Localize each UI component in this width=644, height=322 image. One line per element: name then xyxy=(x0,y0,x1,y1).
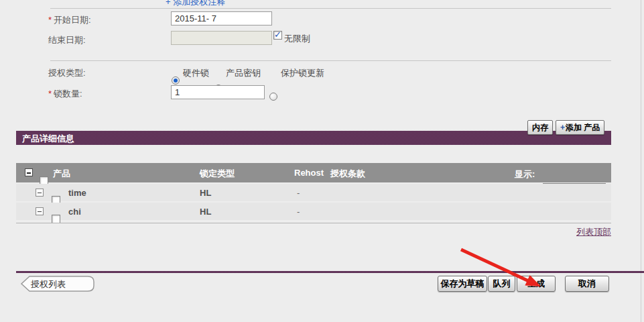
add-license-note-link[interactable]: + 添加授权注释 xyxy=(166,0,225,8)
table-bottom-border xyxy=(16,223,611,223)
back-button-label: 授权列表 xyxy=(31,278,66,290)
product-table-header: 产品 锁定类型 Rehost 授权条款 显示: 可配置的 xyxy=(16,163,611,182)
row-collapse-icon[interactable] xyxy=(36,207,44,215)
row-collapse-icon[interactable] xyxy=(36,189,44,197)
save-draft-button[interactable]: 保存为草稿 xyxy=(438,276,487,292)
rehost-value: - xyxy=(297,188,300,198)
memory-button[interactable]: 内存 xyxy=(527,120,553,135)
lock-type-value: HL xyxy=(200,207,211,217)
radio-hardware-lock-label: 硬件锁 xyxy=(183,67,209,79)
window-edge-divider xyxy=(641,0,641,322)
product-name: chi xyxy=(68,207,81,217)
unlimited-checkbox[interactable] xyxy=(273,31,282,40)
radio-product-key-label: 产品密钥 xyxy=(226,67,261,79)
divider xyxy=(50,60,611,61)
cancel-button[interactable]: 取消 xyxy=(565,276,609,292)
license-list-back-button[interactable]: 授权列表 xyxy=(19,275,96,292)
lock-count-input[interactable] xyxy=(171,85,265,99)
start-date-label: *开始日期: xyxy=(48,14,91,26)
footer-divider xyxy=(16,271,644,273)
lock-count-label: *锁数量: xyxy=(48,88,82,100)
section-title: 产品详细信息 xyxy=(22,133,74,145)
queue-button[interactable]: 队列 xyxy=(488,276,515,292)
col-lock-type: 锁定类型 xyxy=(200,168,235,180)
required-mark: * xyxy=(48,15,52,25)
add-product-button[interactable]: +添加 产品 xyxy=(556,120,604,135)
top-of-list-link[interactable]: 列表顶部 xyxy=(576,226,611,238)
collapse-all-icon[interactable] xyxy=(25,168,33,176)
product-details-section-header: 产品详细信息 xyxy=(16,131,611,145)
end-date-input xyxy=(171,31,272,45)
table-row[interactable]: time HL - xyxy=(16,184,611,201)
plus-icon: + xyxy=(560,123,565,132)
license-form-page: + 添加授权注释 *开始日期: 结束日期: 无限制 授权类型: 硬件锁 产品密钥… xyxy=(0,0,644,322)
col-license-terms: 授权条款 xyxy=(330,168,365,180)
col-rehost: Rehost xyxy=(294,168,324,178)
required-mark: * xyxy=(48,89,52,99)
generate-button[interactable]: 生成 xyxy=(517,276,556,292)
unlimited-label: 无限制 xyxy=(284,33,310,45)
radio-dongle-update[interactable] xyxy=(269,93,277,101)
license-type-label: 授权类型: xyxy=(48,67,86,79)
product-name: time xyxy=(68,188,86,198)
col-product: 产品 xyxy=(53,168,70,180)
radio-dongle-update-label: 保护锁更新 xyxy=(281,67,324,79)
lock-type-value: HL xyxy=(200,188,211,198)
table-row[interactable]: chi HL - xyxy=(16,203,611,220)
show-label: 显示: xyxy=(515,168,535,180)
divider xyxy=(50,8,611,9)
start-date-input[interactable] xyxy=(171,11,272,25)
radio-hardware-lock[interactable] xyxy=(172,76,180,85)
rehost-value: - xyxy=(297,207,300,217)
end-date-label: 结束日期: xyxy=(48,34,86,46)
